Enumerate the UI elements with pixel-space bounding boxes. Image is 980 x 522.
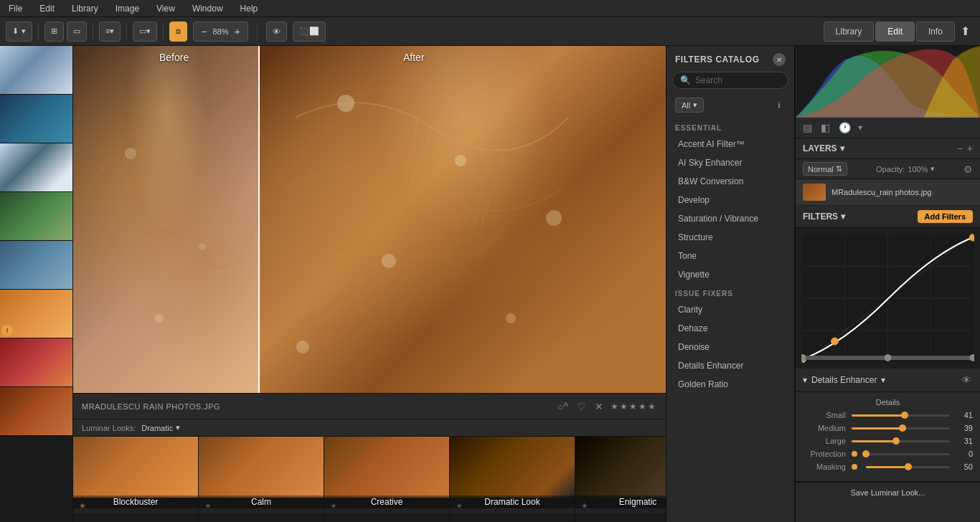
layer-thumbnail [803,184,826,201]
filters-info-btn[interactable]: ℹ [773,99,786,112]
opacity-label: Opacity: [876,165,905,174]
menu-file[interactable]: File [6,2,25,15]
eye-btn[interactable]: 👁 [266,22,287,42]
filter-item-golden-ratio[interactable]: Golden Ratio [666,375,794,394]
visibility-toggle-btn[interactable]: 👁 [960,373,973,387]
filmstrip-item-5[interactable] [0,241,73,290]
filter-item-dehaze[interactable]: Dehaze [666,319,794,338]
filter-item-denoise[interactable]: Denoise [666,338,794,356]
filter-item-ai-sky[interactable]: AI Sky Enhancer [666,153,794,172]
look-item-calm[interactable]: Calm ★ [199,437,324,522]
filter-item-develop[interactable]: Develop [666,191,794,209]
add-filters-btn[interactable]: Add Filters [918,210,973,223]
filmstrip-item-1[interactable] [0,46,73,95]
histogram-chart [796,46,980,118]
panel-toggle-btn[interactable]: ▭▾ [133,22,157,42]
info-tab[interactable]: Info [916,22,955,42]
filmstrip-item-4[interactable] [0,192,73,241]
histogram-icon-btn[interactable]: ▤ [801,120,814,135]
image-before [73,46,260,393]
look-thumb-creative [324,437,449,498]
list-view-btn[interactable]: ≡▾ [99,22,121,42]
filters-section-chevron-icon: ▾ [841,212,845,222]
look-item-blockbuster[interactable]: Blockbuster ★ [73,437,199,522]
slider-value-small: 41 [956,411,973,419]
filter-item-vignette[interactable]: Vignette [666,265,794,284]
heart-action-btn[interactable]: ♡ [575,399,588,414]
filters-close-btn[interactable]: ✕ [773,53,786,66]
library-tab[interactable]: Library [824,22,875,42]
details-group-title: Details [803,398,973,407]
menu-view[interactable]: View [154,2,178,15]
slider-thumb-large[interactable] [892,437,900,445]
svg-point-0 [125,148,136,159]
filter-item-clarity[interactable]: Clarity [666,300,794,319]
save-looks-btn[interactable]: Save Luminar Look... [796,482,980,503]
layer-gear-btn[interactable]: ⚙ [963,163,973,175]
look-item-enigmatic[interactable]: Enigmatic ★ [575,437,666,522]
layers-plus-btn[interactable]: + [967,143,973,154]
layers-icon-btn[interactable]: ◧ [819,120,831,135]
filmstrip-item-3[interactable] [0,143,73,192]
look-item-dramatic[interactable]: Dramatic Look ★ [450,437,575,522]
filmstrip-item-6[interactable]: ! [0,290,73,338]
filmstrip-item-2[interactable] [0,95,73,143]
slider-track-medium[interactable] [852,427,950,430]
filters-catalog-panel: FILTERS CATALOG ✕ 🔍 All ▾ ℹ ESSENTIAL Ac… [666,46,795,522]
reject-action-btn[interactable]: ✕ [593,399,605,414]
slider-track-large[interactable] [852,440,950,442]
filters-dropdown-chevron-icon: ▾ [693,100,697,110]
zoom-in-btn[interactable]: + [233,27,242,37]
slider-track-small[interactable] [852,414,950,417]
edit-tab[interactable]: Edit [875,22,915,42]
menu-image[interactable]: Image [113,2,142,15]
filter-item-accent-ai[interactable]: Accent AI Filter™ [666,135,794,153]
filmstrip-item-8[interactable] [0,387,73,436]
slider-thumb-small[interactable] [901,412,908,419]
filmstrip-item-7[interactable] [0,338,73,387]
circle-action-btn[interactable]: ○^ [556,399,570,414]
slider-value-medium: 39 [956,424,973,432]
toolbar-sep-4 [163,23,164,40]
slider-thumb-medium[interactable] [899,424,906,432]
single-view-btn[interactable]: ▭ [67,22,87,42]
opacity-chevron-icon: ▾ [930,164,935,174]
menu-library[interactable]: Library [69,2,101,15]
menu-help[interactable]: Help [237,2,261,15]
slider-track-masking[interactable] [866,466,950,468]
filter-item-tone[interactable]: Tone [666,247,794,265]
layers-minus-btn[interactable]: − [957,143,963,154]
zoom-out-btn[interactable]: − [199,27,208,37]
menu-window[interactable]: Window [189,2,226,15]
slider-track-protection[interactable] [866,453,950,455]
compare-btn[interactable]: ⧈ [169,22,187,42]
slider-fill-medium [852,427,903,430]
looks-current: Dramatic [141,424,173,432]
filter-item-saturation[interactable]: Saturation / Vibrance [666,209,794,228]
compare-view-btn[interactable]: ⬛⬜ [293,22,326,42]
import-btn[interactable]: ⬇▾ [6,22,32,42]
looks-label: Luminar Looks: [82,424,136,432]
filter-item-bw[interactable]: B&W Conversion [666,172,794,191]
menu-edit[interactable]: Edit [37,2,57,15]
slider-label-medium: Medium [803,424,846,432]
svg-point-2 [155,314,164,323]
looks-dropdown[interactable]: Dramatic ▾ [141,423,180,432]
details-enhancer-toggle[interactable]: ▾ Details Enhancer ▾ 👁 [796,369,980,392]
filters-all-dropdown[interactable]: All ▾ [675,98,704,113]
layer-item-main[interactable]: MRadulescu_rain photos.jpg [796,179,980,206]
svg-point-20 [970,234,975,241]
clock-icon-btn[interactable]: 🕐 [837,120,852,135]
filters-search-bar[interactable]: 🔍 [672,72,788,89]
blend-mode-dropdown[interactable]: Normal ⇅ [803,162,847,176]
histogram-area [796,46,980,118]
share-btn[interactable]: ⬆ [956,22,974,42]
search-input[interactable] [695,75,803,85]
slider-thumb-protection[interactable] [862,450,870,457]
slider-thumb-masking[interactable] [905,463,912,470]
filter-item-details-enhancer[interactable]: Details Enhancer [666,356,794,375]
look-item-creative[interactable]: Creative ★ [324,437,450,522]
grid-view-btn[interactable]: ⊞ [44,22,64,42]
filmstrip-badge-6: ! [1,325,13,336]
filter-item-structure[interactable]: Structure [666,228,794,247]
